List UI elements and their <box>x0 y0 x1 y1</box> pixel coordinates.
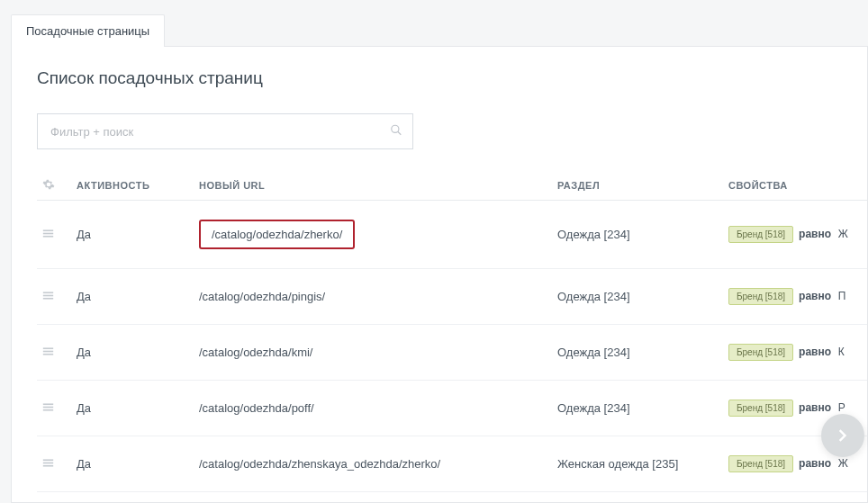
cell-url: /catalog/odezhda/zhenskaya_odezhda/zherk… <box>194 436 552 492</box>
prop-value-fragment: Р <box>838 401 845 414</box>
cell-props: Бренд [518]равно К <box>723 325 867 381</box>
row-menu-icon[interactable] <box>42 457 54 471</box>
cell-props: Бренд [518]равно П <box>723 269 867 325</box>
col-props[interactable]: СВОЙСТВА <box>723 171 867 201</box>
prop-operator: равно <box>799 457 831 470</box>
table-row[interactable]: Да/catalog/odezhda/kmi/Одежда [234]Бренд… <box>37 325 867 381</box>
row-menu-icon[interactable] <box>42 401 54 415</box>
prop-operator: равно <box>799 228 831 240</box>
cell-section: Одежда [234] <box>552 269 723 325</box>
cell-active: Да <box>71 436 194 492</box>
brand-badge: Бренд [518] <box>728 226 793 243</box>
cell-active: Да <box>71 201 194 269</box>
prop-value-fragment: П <box>838 290 846 302</box>
prop-operator: равно <box>799 346 831 358</box>
cell-props: Бренд [518]равно Ж <box>723 201 867 269</box>
row-menu-icon[interactable] <box>42 346 54 359</box>
cell-url: /catalog/odezhda/kmi/ <box>194 325 552 381</box>
cell-url: /catalog/odezhda/pingis/ <box>194 269 552 325</box>
cell-url: /catalog/odezhda/zherko/ <box>194 201 552 269</box>
tab-landing-pages[interactable]: Посадочные страницы <box>11 14 165 47</box>
brand-badge: Бренд [518] <box>728 288 793 305</box>
main-panel: Список посадочных страниц АКТИВНОСТЬ <box>11 46 868 503</box>
brand-badge: Бренд [518] <box>728 400 793 417</box>
cell-section: Одежда [234] <box>552 201 723 269</box>
table-row[interactable]: Да/catalog/odezhda/zhenskaya_odezhda/zhe… <box>37 436 867 492</box>
page-title: Список посадочных страниц <box>37 68 867 88</box>
table-row[interactable]: Да/catalog/odezhda/poff/Одежда [234]Брен… <box>37 381 867 436</box>
prop-value-fragment: Ж <box>838 228 848 240</box>
highlighted-url: /catalog/odezhda/zherko/ <box>199 220 355 249</box>
col-active[interactable]: АКТИВНОСТЬ <box>71 171 194 201</box>
cell-active: Да <box>71 325 194 381</box>
prop-operator: равно <box>799 401 831 414</box>
brand-badge: Бренд [518] <box>728 455 793 472</box>
col-section[interactable]: РАЗДЕЛ <box>552 171 723 201</box>
scroll-right-fab[interactable] <box>821 414 864 457</box>
row-menu-icon[interactable] <box>42 228 54 241</box>
prop-value-fragment: Ж <box>838 457 848 470</box>
col-url[interactable]: НОВЫЙ URL <box>194 171 552 201</box>
cell-section: Одежда [234] <box>552 325 723 381</box>
table-row[interactable]: Да/catalog/odezhda/zherko/Одежда [234]Бр… <box>37 201 867 269</box>
filter-input[interactable] <box>37 113 413 149</box>
table-row[interactable]: Да/catalog/odezhda/pingis/Одежда [234]Бр… <box>37 269 867 325</box>
cell-url: /catalog/odezhda/poff/ <box>194 381 552 436</box>
cell-active: Да <box>71 269 194 325</box>
landing-pages-table: АКТИВНОСТЬ НОВЫЙ URL РАЗДЕЛ СВОЙСТВА Да/… <box>37 171 867 492</box>
cell-section: Одежда [234] <box>552 381 723 436</box>
prop-value-fragment: К <box>838 346 845 358</box>
gear-icon[interactable] <box>42 182 55 193</box>
prop-operator: равно <box>799 290 831 302</box>
cell-section: Женская одежда [235] <box>552 436 723 492</box>
row-menu-icon[interactable] <box>42 290 54 303</box>
cell-active: Да <box>71 381 194 436</box>
brand-badge: Бренд [518] <box>728 344 793 361</box>
